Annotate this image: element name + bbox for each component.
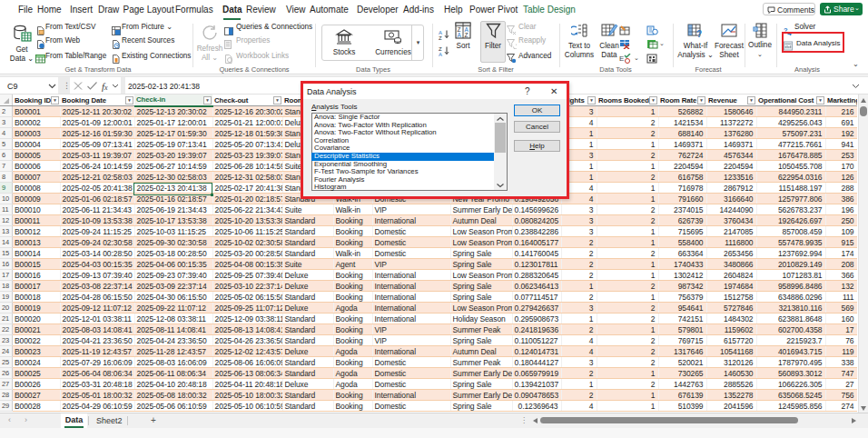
svg-text:A: A	[458, 32, 462, 38]
svg-text:A: A	[439, 30, 442, 35]
svg-text:Z: Z	[465, 32, 469, 38]
svg-text:E: E	[619, 55, 624, 63]
svg-text:?: ?	[696, 29, 702, 39]
svg-text:Z: Z	[439, 46, 442, 52]
svg-text:A: A	[439, 52, 442, 56]
svg-text:Z: Z	[439, 35, 442, 40]
